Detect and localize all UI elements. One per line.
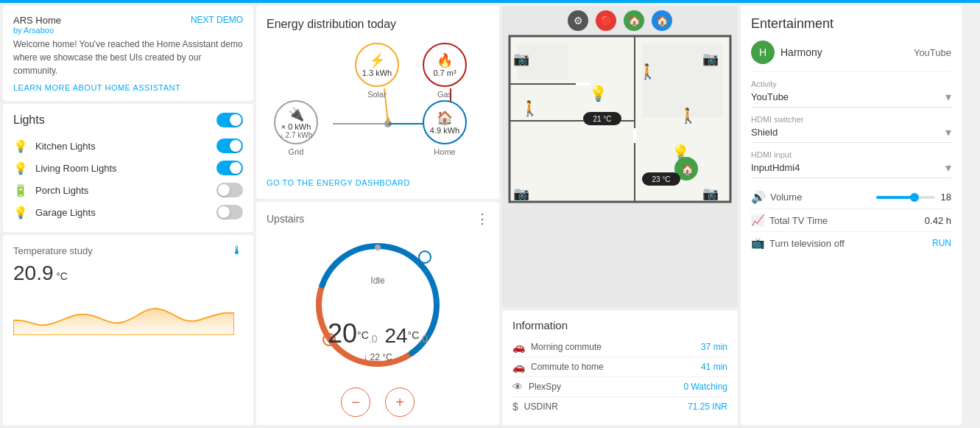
hdmi-switcher-row: Shield ▾ [751, 125, 951, 143]
welcome-card: ARS Home by Arsaboo NEXT DEMO Welcome ho… [3, 6, 253, 101]
activity-row: YouTube ▾ [751, 90, 951, 108]
info-commute-left: 🚗 Commute to home [512, 361, 604, 373]
tv-off-row: 📺 Turn television off RUN [751, 232, 951, 254]
energy-dashboard-link[interactable]: GO TO THE ENERGY DASHBOARD [267, 178, 489, 187]
dial-status: Idle [304, 276, 451, 286]
harmony-left: H Harmony [751, 41, 822, 64]
home-value: 4.9 kWh [430, 126, 459, 135]
camera-icon-tl: 📷 [513, 51, 530, 67]
hdmi-input-label: HDMI input [751, 150, 951, 159]
current-temp-sub: .0 [369, 333, 378, 345]
person-icon-1: 🚶 [521, 99, 539, 117]
learn-more-link[interactable]: LEARN MORE ABOUT HOME ASSISTANT [13, 83, 243, 92]
temp-value-block: 20.9 °C [13, 262, 243, 285]
grid-label: Grid [289, 147, 304, 156]
camera-icon-tr: 📷 [702, 51, 719, 67]
tv-off-label-text: Turn television off [769, 238, 845, 249]
next-demo-button[interactable]: NEXT DEMO [191, 15, 243, 25]
dial-set-temp: 24°C.0 [384, 324, 428, 348]
list-item: $ USDINR 71.25 INR [512, 397, 727, 416]
svg-point-13 [375, 245, 381, 250]
gas-value: 0.7 m³ [433, 69, 456, 77]
info-commute-value: 41 min [701, 362, 727, 372]
hdmi-input-chevron-down-icon[interactable]: ▾ [945, 161, 951, 175]
svg-point-12 [419, 251, 431, 263]
camera-icon-br: 📷 [702, 186, 719, 202]
thermostat-plus-button[interactable]: + [385, 387, 415, 417]
alert-icon[interactable]: 🔴 [596, 10, 616, 31]
hdmi-switcher-field: HDMI switcher Shield ▾ [751, 115, 951, 143]
main-layout: ARS Home by Arsaboo NEXT DEMO Welcome ho… [0, 3, 980, 428]
solar-icon: ⚡ [369, 52, 385, 69]
volume-label-text: Volume [770, 192, 802, 203]
information-card: Information 🚗 Morning commute 37 min 🚗 C… [502, 310, 738, 425]
floorplan-top-icons: ⚙ 🔴 🏠 🏠 [502, 10, 738, 31]
volume-row: 🔊 Volume 18 [751, 186, 951, 209]
set-temp-value: 24 [384, 324, 407, 347]
temp-value: 20.9 [13, 262, 54, 284]
bulb-icon: 💡 [13, 206, 28, 220]
lights-main-toggle[interactable] [216, 113, 243, 127]
tv-time-label-left: 📈 Total TV Time [751, 214, 828, 227]
hdmi-input-value: InputHdmi4 [751, 162, 800, 173]
info-usd-value: 71.25 INR [688, 401, 727, 412]
home-icon[interactable]: 🏠 [624, 10, 644, 31]
activity-chevron-down-icon[interactable]: ▾ [945, 90, 951, 104]
floorplan-panel: ⚙ 🔴 🏠 🏠 📷 📷 [502, 6, 738, 425]
garage-door-icon: 🏠 [681, 164, 694, 176]
volume-icon: 🔊 [751, 190, 766, 204]
thermostat-menu-icon[interactable]: ⋮ [476, 211, 489, 227]
location-icon[interactable]: 🏠 [652, 10, 672, 31]
living-room-lights-toggle[interactable] [216, 161, 243, 175]
run-button[interactable]: RUN [932, 238, 951, 248]
thermostat-minus-button[interactable]: − [341, 387, 370, 417]
volume-label-left: 🔊 Volume [751, 190, 802, 204]
gas-circle: 🔥 0.7 m³ [423, 43, 467, 87]
battery-icon: 🔋 [13, 183, 28, 197]
home-circle: 🏠 4.9 kWh [423, 100, 467, 144]
temperature-chart [13, 291, 243, 335]
list-item: 💡 Kitchen Lights [13, 135, 243, 157]
light-name: Garage Lights [35, 207, 209, 218]
garage-lights-toggle[interactable] [216, 205, 243, 220]
list-item: 👁 PlexSpy 0 Watching [512, 377, 727, 397]
porch-lights-toggle[interactable] [216, 183, 243, 197]
volume-slider[interactable] [876, 196, 935, 199]
chart-icon: 📈 [751, 214, 765, 227]
floorplan-card: ⚙ 🔴 🏠 🏠 📷 📷 [502, 6, 738, 307]
thermostat-controls: − + [341, 387, 415, 417]
thermostat-title: Upstairs [267, 213, 304, 225]
energy-diagram: ⚡ 1.3 kWh Solar 🔥 0.7 m³ Gas 🔌 [267, 43, 489, 175]
volume-fill [876, 196, 912, 199]
car-icon: 🚗 [512, 341, 525, 353]
list-item: 🚗 Commute to home 41 min [512, 357, 727, 377]
camera-icon-bl: 📷 [513, 186, 530, 202]
person-icon-2: 🚶 [638, 63, 657, 80]
light-name: Kitchen Lights [35, 141, 209, 152]
tv-time-row: 📈 Total TV Time 0.42 h [751, 209, 951, 232]
middle-panel: Energy distribution today [256, 6, 499, 425]
by-arsaboo-link[interactable]: by Arsaboo [13, 26, 61, 35]
home-icon: 🏠 [437, 110, 453, 126]
lights-header: Lights [13, 113, 243, 127]
list-item: 🔋 Porch Lights [13, 179, 243, 201]
info-plex-value: 0 Watching [683, 382, 727, 392]
temp-badge-2: 23 °C [652, 175, 670, 183]
temp-header: Temperature study 🌡 [13, 244, 243, 257]
hdmi-switcher-chevron-down-icon[interactable]: ▾ [945, 125, 951, 139]
harmony-icon: H [751, 41, 775, 64]
grid-node: 🔌 × 0 kWh ↓ 2.7 kWh Grid [274, 100, 318, 156]
current-temp-unit: °C [357, 329, 369, 341]
energy-card: Energy distribution today [256, 6, 499, 199]
dollar-icon: $ [512, 401, 518, 413]
person-icon-3: 🚶 [679, 107, 697, 124]
settings-icon[interactable]: ⚙ [568, 10, 588, 31]
floorplan-svg: 📷 📷 📷 📷 🚶 🚶 🚶 💡 💡 🏠 21 °C [502, 32, 738, 206]
kitchen-lights-toggle[interactable] [216, 138, 243, 153]
tv-icon: 📺 [751, 236, 765, 250]
hdmi-input-field: HDMI input InputHdmi4 ▾ [751, 150, 951, 178]
grid-icon: 🔌 [288, 106, 304, 122]
gas-node: 🔥 0.7 m³ Gas [423, 43, 467, 99]
harmony-status: YouTube [914, 47, 951, 58]
entertainment-title: Entertainment [751, 16, 951, 32]
